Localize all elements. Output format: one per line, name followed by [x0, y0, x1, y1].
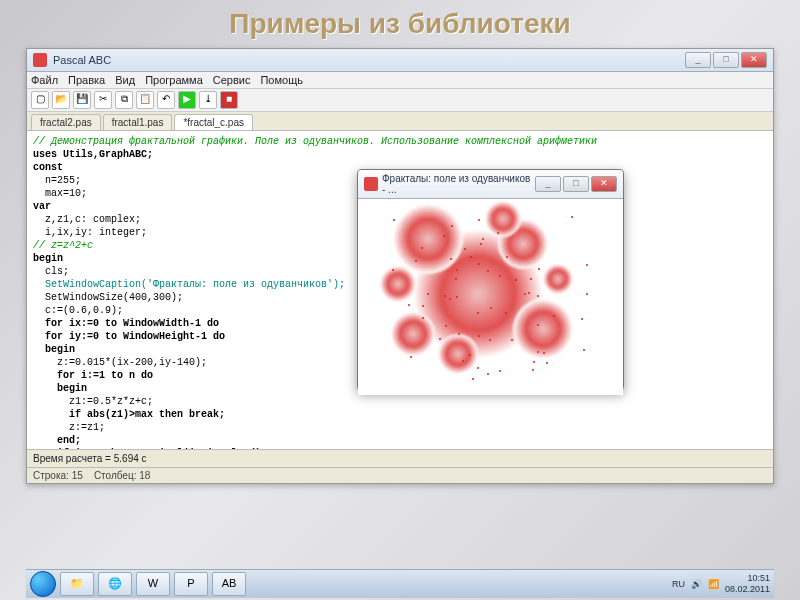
- code-line: z:=z1;: [33, 421, 767, 434]
- fractal-maximize-button[interactable]: □: [563, 176, 589, 192]
- menu-program[interactable]: Программа: [145, 74, 203, 86]
- lang-indicator[interactable]: RU: [672, 579, 685, 589]
- fractal-blob: [513, 299, 573, 359]
- run-icon[interactable]: ▶: [178, 91, 196, 109]
- status-col-value: 18: [139, 470, 150, 481]
- fractal-speck: [445, 325, 447, 327]
- status-bar: Строка: 15 Столбец: 18: [27, 467, 773, 483]
- system-tray: RU 🔊 📶 10:51 08.02.2011: [672, 573, 770, 595]
- fractal-speck: [408, 304, 410, 306]
- fractal-speck: [421, 247, 423, 249]
- fractal-speck: [528, 292, 530, 294]
- fractal-titlebar: Фракталы: поле из одуванчиков - ... _ □ …: [358, 170, 623, 199]
- fractal-canvas: [358, 199, 623, 395]
- maximize-button[interactable]: □: [713, 52, 739, 68]
- slide-title: Примеры из библиотеки: [0, 0, 800, 48]
- fractal-speck: [478, 219, 480, 221]
- fractal-speck: [450, 258, 452, 260]
- fractal-speck: [422, 317, 424, 319]
- stop-icon[interactable]: ■: [220, 91, 238, 109]
- toolbar: ▢ 📂 💾 ✂ ⧉ 📋 ↶ ▶ ⤓ ■: [27, 89, 773, 112]
- code-line: // Демонстрация фрактальной графики. Пол…: [33, 135, 767, 148]
- fractal-speck: [586, 264, 588, 266]
- tray-sound-icon[interactable]: 🔊: [691, 579, 702, 589]
- fractal-close-button[interactable]: ✕: [591, 176, 617, 192]
- fractal-minimize-button[interactable]: _: [535, 176, 561, 192]
- status-line-value: 15: [72, 470, 83, 481]
- undo-icon[interactable]: ↶: [157, 91, 175, 109]
- open-file-icon[interactable]: 📂: [52, 91, 70, 109]
- start-button[interactable]: [30, 571, 56, 597]
- task-word[interactable]: W: [136, 572, 170, 596]
- fractal-speck: [392, 269, 394, 271]
- close-button[interactable]: ✕: [741, 52, 767, 68]
- fractal-speck: [422, 305, 424, 307]
- ide-window: Pascal ABC _ □ ✕ Файл Правка Вид Програм…: [26, 48, 774, 484]
- menu-view[interactable]: Вид: [115, 74, 135, 86]
- fractal-speck: [571, 216, 573, 218]
- menu-help[interactable]: Помощь: [260, 74, 303, 86]
- task-explorer[interactable]: 📁: [60, 572, 94, 596]
- code-line: if i>=n then SetPixel(ix,iy,clRed): [33, 447, 767, 449]
- fractal-speck: [487, 373, 489, 375]
- fractal-speck: [515, 279, 517, 281]
- task-powerpoint[interactable]: P: [174, 572, 208, 596]
- copy-icon[interactable]: ⧉: [115, 91, 133, 109]
- fractal-blob: [543, 264, 573, 294]
- code-line: if abs(z1)>max then break;: [33, 408, 767, 421]
- fractal-speck: [499, 370, 501, 372]
- status-line-label: Строка:: [33, 470, 69, 481]
- cut-icon[interactable]: ✂: [94, 91, 112, 109]
- tab-fractal-c[interactable]: *fractal_c.pas: [174, 114, 253, 130]
- tray-clock[interactable]: 10:51 08.02.2011: [725, 573, 770, 595]
- fractal-blob: [393, 204, 463, 274]
- code-line: z1:=0.5*z*z+c;: [33, 395, 767, 408]
- fractal-blob: [391, 312, 435, 356]
- fractal-speck: [532, 369, 534, 371]
- fractal-speck: [393, 219, 395, 221]
- save-icon[interactable]: 💾: [73, 91, 91, 109]
- fractal-app-icon: [364, 177, 378, 191]
- fractal-speck: [472, 378, 474, 380]
- ide-title-text: Pascal ABC: [53, 54, 679, 66]
- minimize-button[interactable]: _: [685, 52, 711, 68]
- fractal-blob: [485, 201, 521, 237]
- menu-file[interactable]: Файл: [31, 74, 58, 86]
- task-browser[interactable]: 🌐: [98, 572, 132, 596]
- fractal-speck: [477, 312, 479, 314]
- tray-network-icon[interactable]: 📶: [708, 579, 719, 589]
- menu-bar: Файл Правка Вид Программа Сервис Помощь: [27, 72, 773, 89]
- fractal-title: Фракталы: поле из одуванчиков - ...: [382, 173, 531, 195]
- window-buttons: _ □ ✕: [685, 52, 767, 68]
- status-col-label: Столбец:: [94, 470, 137, 481]
- clock-date: 08.02.2011: [725, 584, 770, 595]
- fractal-speck: [533, 361, 535, 363]
- clock-time: 10:51: [725, 573, 770, 584]
- tab-fractal2[interactable]: fractal2.pas: [31, 114, 101, 130]
- task-pascalabc[interactable]: AB: [212, 572, 246, 596]
- taskbar: 📁 🌐 W P AB RU 🔊 📶 10:51 08.02.2011: [26, 569, 774, 598]
- menu-edit[interactable]: Правка: [68, 74, 105, 86]
- fractal-speck: [505, 312, 507, 314]
- fractal-blob: [438, 334, 478, 374]
- fractal-speck: [583, 349, 585, 351]
- code-line: uses Utils,GraphABC;: [33, 148, 767, 161]
- paste-icon[interactable]: 📋: [136, 91, 154, 109]
- editor-tabs: fractal2.pas fractal1.pas *fractal_c.pas: [27, 112, 773, 131]
- menu-service[interactable]: Сервис: [213, 74, 251, 86]
- fractal-speck: [477, 367, 479, 369]
- step-icon[interactable]: ⤓: [199, 91, 217, 109]
- tab-fractal1[interactable]: fractal1.pas: [103, 114, 173, 130]
- fractal-output-window[interactable]: Фракталы: поле из одуванчиков - ... _ □ …: [357, 169, 624, 391]
- fractal-blob: [380, 266, 416, 302]
- ide-titlebar: Pascal ABC _ □ ✕: [27, 49, 773, 72]
- code-line: end;: [33, 434, 767, 447]
- fractal-speck: [439, 338, 441, 340]
- app-icon: [33, 53, 47, 67]
- fractal-speck: [478, 263, 480, 265]
- new-file-icon[interactable]: ▢: [31, 91, 49, 109]
- fractal-speck: [586, 293, 588, 295]
- fractal-speck: [410, 356, 412, 358]
- fractal-speck: [458, 333, 460, 335]
- fractal-speck: [530, 278, 532, 280]
